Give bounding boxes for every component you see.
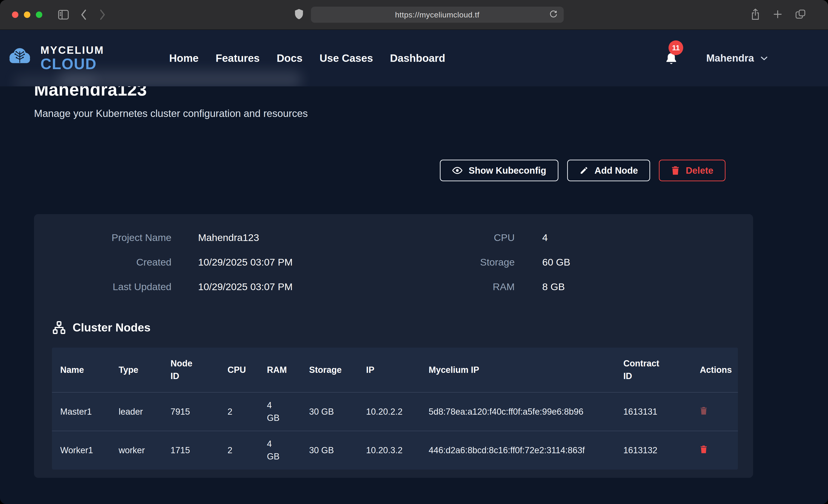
show-kubeconfig-button[interactable]: Show Kubeconfig bbox=[440, 160, 558, 181]
cell-type: leader bbox=[110, 392, 162, 431]
cell-type: worker bbox=[110, 431, 162, 469]
blur-artifact bbox=[14, 76, 96, 86]
zoom-window-button[interactable] bbox=[36, 11, 42, 18]
col-ip: IP bbox=[358, 347, 420, 392]
nav-link-home[interactable]: Home bbox=[169, 52, 199, 64]
close-window-button[interactable] bbox=[12, 11, 18, 18]
browser-chrome: https://myceliumcloud.tf bbox=[0, 0, 828, 30]
cluster-details-card: Project Name Mahendra123 Created 10/29/2… bbox=[34, 214, 753, 478]
ram-value: 8 GB bbox=[542, 281, 738, 292]
notifications-button[interactable]: 11 bbox=[664, 50, 679, 66]
col-contract-id: Contract ID bbox=[615, 347, 692, 392]
reload-icon[interactable] bbox=[549, 9, 558, 20]
nav-link-dashboard[interactable]: Dashboard bbox=[390, 52, 445, 64]
page-subtitle: Manage your Kubernetes cluster configura… bbox=[34, 108, 753, 119]
nav-link-features[interactable]: Features bbox=[215, 52, 260, 64]
nav-link-use-cases[interactable]: Use Cases bbox=[320, 52, 373, 64]
ram-label: RAM bbox=[416, 281, 515, 292]
cpu-value: 4 bbox=[542, 232, 738, 243]
delete-cluster-button[interactable]: Delete bbox=[659, 160, 726, 181]
col-storage: Storage bbox=[301, 347, 358, 392]
screenshot-stage: https://myceliumcloud.tf bbox=[0, 0, 828, 504]
cell-mycelium-ip: 446:d2a6:8bcd:8c16:ff0f:72e2:3114:863f bbox=[420, 431, 615, 469]
table-header-row: Name Type Node ID CPU RAM Storage IP Myc… bbox=[52, 347, 738, 392]
cell-contract-id: 1613132 bbox=[615, 431, 692, 469]
cluster-actions: Show Kubeconfig Add Node Delete bbox=[34, 160, 753, 181]
storage-value: 60 GB bbox=[542, 257, 738, 268]
forward-icon[interactable] bbox=[98, 9, 107, 21]
cluster-info: Project Name Mahendra123 Created 10/29/2… bbox=[52, 232, 738, 292]
add-node-button[interactable]: Add Node bbox=[567, 160, 650, 181]
cluster-nodes-title: Cluster Nodes bbox=[73, 321, 151, 334]
project-name-label: Project Name bbox=[52, 232, 171, 243]
eye-icon bbox=[452, 166, 463, 175]
cell-ip: 10.20.2.2 bbox=[358, 392, 420, 431]
created-label: Created bbox=[52, 257, 171, 268]
delete-node-button[interactable] bbox=[700, 406, 708, 415]
cell-ram: 4 GB bbox=[259, 431, 301, 469]
storage-label: Storage bbox=[416, 257, 515, 268]
cluster-nodes-table: Name Type Node ID CPU RAM Storage IP Myc… bbox=[52, 347, 738, 469]
address-bar-url[interactable]: https://myceliumcloud.tf bbox=[395, 10, 480, 19]
trash-icon bbox=[671, 166, 680, 175]
address-bar[interactable]: https://myceliumcloud.tf bbox=[311, 7, 564, 23]
last-updated-label: Last Updated bbox=[52, 281, 171, 292]
table-row: Master1 leader 7915 2 4 GB 30 GB 10.20.2… bbox=[52, 392, 738, 431]
cpu-label: CPU bbox=[416, 232, 515, 243]
cell-storage: 30 GB bbox=[301, 431, 358, 469]
last-updated-value: 10/29/2025 03:07 PM bbox=[198, 281, 416, 292]
user-menu[interactable]: Mahendra bbox=[706, 52, 769, 64]
browser-window: https://myceliumcloud.tf bbox=[0, 0, 828, 504]
delete-cluster-label: Delete bbox=[686, 165, 713, 176]
new-tab-icon[interactable] bbox=[773, 9, 783, 20]
col-name: Name bbox=[52, 347, 110, 392]
cell-name: Master1 bbox=[52, 392, 110, 431]
cell-cpu: 2 bbox=[219, 392, 258, 431]
table-row: Worker1 worker 1715 2 4 GB 30 GB 10.20.3… bbox=[52, 431, 738, 469]
show-kubeconfig-label: Show Kubeconfig bbox=[468, 165, 546, 176]
col-node-id: Node ID bbox=[162, 347, 219, 392]
cell-cpu: 2 bbox=[219, 431, 258, 469]
add-node-label: Add Node bbox=[594, 165, 638, 176]
minimize-window-button[interactable] bbox=[24, 11, 30, 18]
page-content: Mahendra123 Manage your Kubernetes clust… bbox=[0, 80, 828, 478]
nav-links: Home Features Docs Use Cases Dashboard bbox=[169, 52, 445, 64]
notification-badge: 11 bbox=[668, 40, 683, 55]
cell-actions bbox=[692, 392, 738, 431]
cluster-nodes-header: Cluster Nodes bbox=[52, 321, 738, 335]
cell-ram: 4 GB bbox=[259, 392, 301, 431]
user-name: Mahendra bbox=[706, 52, 754, 64]
mycelium-cloud-logo[interactable]: MYCELIUM CLOUD bbox=[7, 45, 104, 72]
logo-wordmark-top: MYCELIUM bbox=[40, 45, 104, 55]
pencil-icon bbox=[579, 166, 588, 175]
chevron-down-icon bbox=[759, 53, 769, 63]
col-ram: RAM bbox=[259, 347, 301, 392]
cell-contract-id: 1613131 bbox=[615, 392, 692, 431]
created-value: 10/29/2025 03:07 PM bbox=[198, 257, 416, 268]
cell-actions bbox=[692, 431, 738, 469]
delete-node-button[interactable] bbox=[700, 445, 708, 454]
tab-overview-icon[interactable] bbox=[795, 9, 806, 20]
trash-icon bbox=[700, 445, 708, 454]
back-icon[interactable] bbox=[79, 9, 88, 21]
sidebar-icon[interactable] bbox=[57, 9, 70, 20]
cell-mycelium-ip: 5d8:78ea:a120:f40c:ff0f:a5fe:99e6:8b96 bbox=[420, 392, 615, 431]
cell-ip: 10.20.3.2 bbox=[358, 431, 420, 469]
cell-storage: 30 GB bbox=[301, 392, 358, 431]
cloud-tree-icon bbox=[7, 47, 33, 69]
cell-node-id: 1715 bbox=[162, 431, 219, 469]
cell-name: Worker1 bbox=[52, 431, 110, 469]
col-cpu: CPU bbox=[219, 347, 258, 392]
cell-node-id: 7915 bbox=[162, 392, 219, 431]
site-navbar: MYCELIUM CLOUD Home Features Docs Use Ca… bbox=[0, 30, 828, 86]
col-type: Type bbox=[110, 347, 162, 392]
logo-wordmark-bottom: CLOUD bbox=[40, 56, 104, 72]
traffic-lights bbox=[12, 11, 42, 18]
project-name-value: Mahendra123 bbox=[198, 232, 416, 243]
trash-icon bbox=[700, 406, 708, 415]
shield-icon[interactable] bbox=[294, 8, 304, 21]
share-icon[interactable] bbox=[750, 8, 760, 21]
col-mycelium-ip: Mycelium IP bbox=[420, 347, 615, 392]
cluster-hierarchy-icon bbox=[52, 321, 66, 335]
nav-link-docs[interactable]: Docs bbox=[277, 52, 302, 64]
